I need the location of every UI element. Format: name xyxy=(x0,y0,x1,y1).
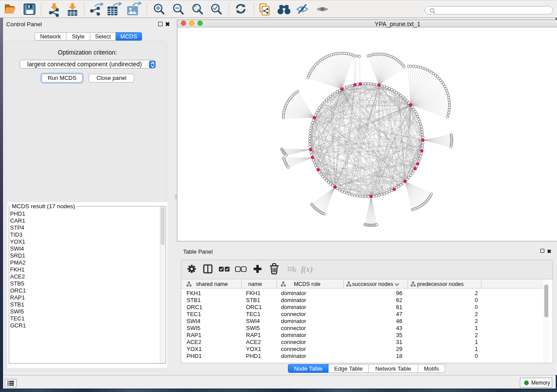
svg-text:f(x): f(x) xyxy=(301,265,312,274)
